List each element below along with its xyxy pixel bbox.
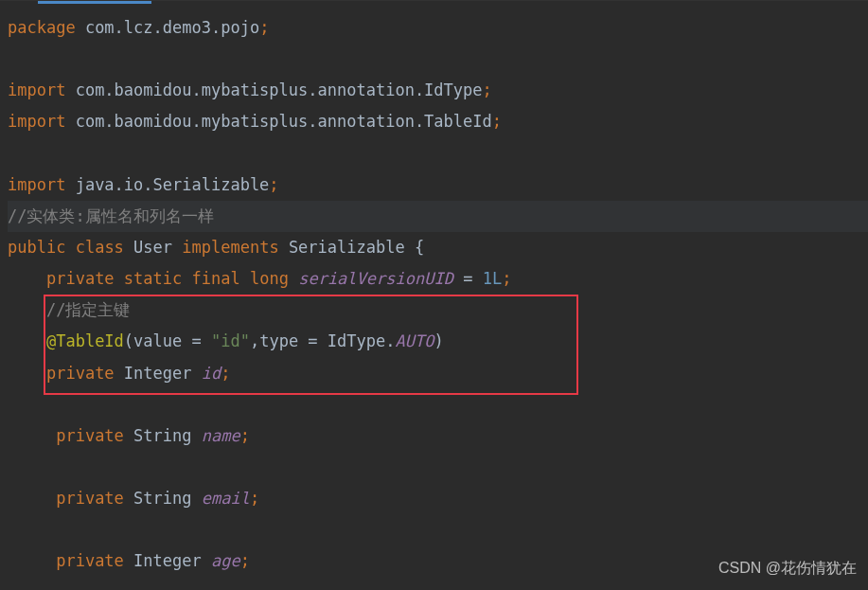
keyword-final: final <box>192 269 240 288</box>
keyword-implements: implements <box>182 238 278 257</box>
code-line: private String email; <box>8 483 868 514</box>
keyword-class: class <box>76 238 124 257</box>
constant-auto: AUTO <box>395 331 434 350</box>
semicolon: ; <box>483 80 492 99</box>
equals-op: = <box>453 269 483 288</box>
semicolon: ; <box>269 175 278 194</box>
keyword-package: package <box>8 18 76 37</box>
field-age: age <box>211 551 240 570</box>
package-path: com.lcz.demo3.pojo <box>76 18 259 37</box>
semicolon: ; <box>221 364 230 383</box>
code-line: import com.baomidou.mybatisplus.annotati… <box>8 106 868 137</box>
keyword-import: import <box>8 175 65 194</box>
semicolon: ; <box>250 489 259 508</box>
keyword-private: private <box>56 489 124 508</box>
code-line-blank <box>8 452 868 483</box>
brace-open: { <box>415 238 424 257</box>
annotation-attr: type = IdType. <box>259 331 395 350</box>
code-line-blank <box>8 514 868 545</box>
field-name: name <box>202 426 240 445</box>
keyword-private: private <box>56 426 124 445</box>
code-line-blank <box>8 44 868 75</box>
keyword-private: private <box>46 364 115 383</box>
import-path: com.baomidou.mybatisplus.annotation.IdTy… <box>65 80 482 99</box>
type-integer: Integer <box>133 551 202 570</box>
keyword-public: public <box>8 238 65 257</box>
interface-name: Serializable <box>279 238 415 257</box>
keyword-private: private <box>46 269 115 288</box>
semicolon: ; <box>492 112 502 131</box>
field-id: id <box>202 364 221 383</box>
semicolon: ; <box>259 18 269 37</box>
keyword-static: static <box>124 269 182 288</box>
semicolon: ; <box>240 426 250 445</box>
string-literal: "id" <box>211 331 250 350</box>
code-line: //指定主键 <box>8 295 868 326</box>
code-line: package com.lcz.demo3.pojo; <box>8 12 868 44</box>
import-path: java.io.Serializable <box>65 175 269 194</box>
code-line-comment: //实体类:属性名和列名一样 <box>8 201 868 232</box>
code-line-blank <box>8 389 868 420</box>
type-long: long <box>250 269 289 288</box>
keyword-import: import <box>8 80 65 99</box>
code-line: private String name; <box>8 420 868 452</box>
keyword-import: import <box>8 112 65 131</box>
import-path: com.baomidou.mybatisplus.annotation.Tabl… <box>65 112 491 131</box>
code-line: public class User implements Serializabl… <box>8 232 868 263</box>
code-line: import com.baomidou.mybatisplus.annotati… <box>8 75 868 106</box>
code-line: import java.io.Serializable; <box>8 170 868 201</box>
field-email: email <box>202 489 250 508</box>
annotation-tableid: @TableId <box>46 331 124 350</box>
number-literal: 1L <box>483 269 502 288</box>
code-line: @TableId(value = "id",type = IdType.AUTO… <box>8 326 868 357</box>
comment-text: //指定主键 <box>46 300 130 319</box>
annotation-attr: value = <box>133 331 211 350</box>
comment-text: //实体类:属性名和列名一样 <box>8 206 214 225</box>
semicolon: ; <box>502 269 511 288</box>
type-string: String <box>133 489 191 508</box>
type-string: String <box>133 426 191 445</box>
keyword-private: private <box>56 551 124 570</box>
code-editor[interactable]: package com.lcz.demo3.pojo; import com.b… <box>0 5 868 578</box>
code-line-blank <box>8 138 868 170</box>
semicolon: ; <box>240 551 250 570</box>
type-integer: Integer <box>124 364 192 383</box>
code-line: private Integer id; <box>8 358 868 389</box>
field-serialversionuid: serialVersionUID <box>298 269 453 288</box>
watermark-text: CSDN @花伤情犹在 <box>718 553 857 582</box>
code-line: private static final long serialVersionU… <box>8 263 868 295</box>
class-name: User <box>124 238 182 257</box>
